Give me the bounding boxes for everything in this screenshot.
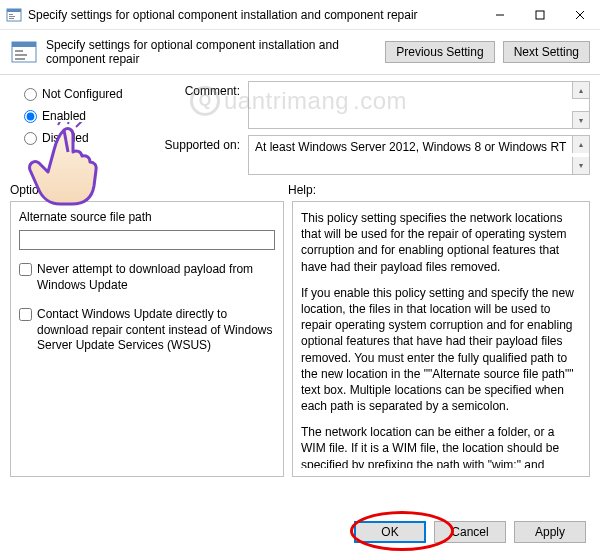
radio-not-configured-label: Not Configured bbox=[42, 87, 123, 101]
svg-rect-10 bbox=[12, 42, 36, 47]
ok-button[interactable]: OK bbox=[354, 521, 426, 543]
supported-on-field: At least Windows Server 2012, Windows 8 … bbox=[248, 135, 590, 175]
comment-label: Comment: bbox=[150, 81, 240, 98]
svg-rect-1 bbox=[7, 9, 21, 12]
checkbox-contact-wu-label: Contact Windows Update directly to downl… bbox=[37, 307, 275, 354]
scroll-down-icon[interactable]: ▾ bbox=[572, 157, 589, 174]
supported-on-value: At least Windows Server 2012, Windows 8 … bbox=[255, 140, 566, 154]
checkbox-contact-wu[interactable]: Contact Windows Update directly to downl… bbox=[19, 307, 275, 354]
radio-enabled[interactable]: Enabled bbox=[24, 109, 138, 123]
minimize-button[interactable] bbox=[480, 0, 520, 30]
radio-disabled-label: Disabled bbox=[42, 131, 89, 145]
radio-disabled[interactable]: Disabled bbox=[24, 131, 138, 145]
comment-textarea[interactable]: ▴ ▾ bbox=[248, 81, 590, 129]
options-label: Options: bbox=[10, 183, 288, 197]
radio-enabled-label: Enabled bbox=[42, 109, 86, 123]
help-paragraph: If you enable this policy setting and sp… bbox=[301, 285, 577, 415]
alt-path-input[interactable] bbox=[19, 230, 275, 250]
scroll-up-icon[interactable]: ▴ bbox=[572, 82, 589, 99]
cancel-button[interactable]: Cancel bbox=[434, 521, 506, 543]
scroll-down-icon[interactable]: ▾ bbox=[572, 111, 589, 128]
radio-not-configured[interactable]: Not Configured bbox=[24, 87, 138, 101]
help-paragraph: The network location can be either a fol… bbox=[301, 424, 577, 468]
close-button[interactable] bbox=[560, 0, 600, 30]
policy-icon bbox=[10, 38, 38, 66]
help-label: Help: bbox=[288, 183, 590, 197]
options-pane: Alternate source file path Never attempt… bbox=[10, 201, 284, 477]
next-setting-button[interactable]: Next Setting bbox=[503, 41, 590, 63]
svg-rect-2 bbox=[9, 14, 13, 15]
supported-on-label: Supported on: bbox=[150, 135, 240, 152]
alt-path-label: Alternate source file path bbox=[19, 210, 275, 224]
help-paragraph: This policy setting specifies the networ… bbox=[301, 210, 577, 275]
help-text[interactable]: This policy setting specifies the networ… bbox=[301, 210, 581, 468]
policy-title: Specify settings for optional component … bbox=[46, 38, 377, 66]
maximize-button[interactable] bbox=[520, 0, 560, 30]
checkbox-no-download-label: Never attempt to download payload from W… bbox=[37, 262, 275, 293]
svg-rect-3 bbox=[9, 16, 15, 17]
svg-rect-11 bbox=[15, 50, 23, 52]
svg-rect-4 bbox=[9, 18, 14, 19]
checkbox-no-download[interactable]: Never attempt to download payload from W… bbox=[19, 262, 275, 293]
svg-rect-12 bbox=[15, 54, 27, 56]
window-title: Specify settings for optional component … bbox=[28, 8, 480, 22]
previous-setting-button[interactable]: Previous Setting bbox=[385, 41, 494, 63]
scroll-up-icon[interactable]: ▴ bbox=[572, 136, 589, 153]
svg-rect-6 bbox=[536, 11, 544, 19]
svg-rect-13 bbox=[15, 58, 25, 60]
app-icon bbox=[6, 7, 22, 23]
apply-button[interactable]: Apply bbox=[514, 521, 586, 543]
help-pane: This policy setting specifies the networ… bbox=[292, 201, 590, 477]
divider bbox=[0, 74, 600, 75]
